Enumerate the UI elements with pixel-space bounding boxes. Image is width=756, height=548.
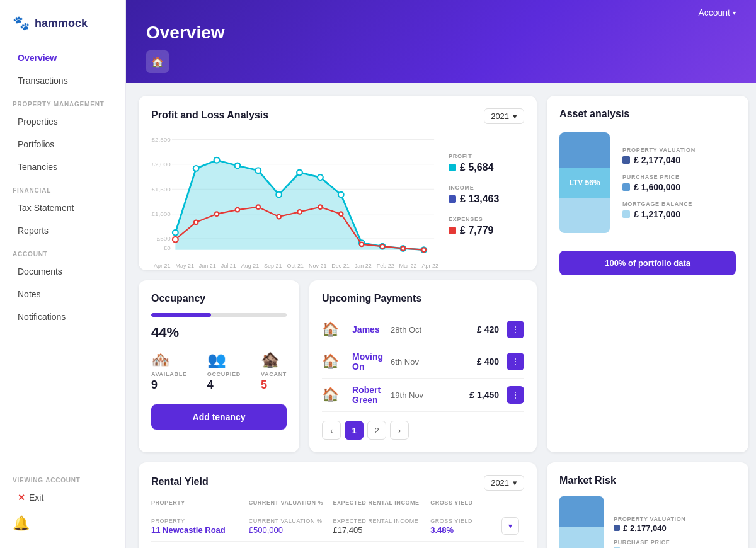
payment-name-movingon[interactable]: Moving On <box>352 351 383 372</box>
top-header: Account ▾ Overview 🏠 <box>126 0 756 83</box>
svg-text:£0: £0 <box>164 244 171 251</box>
sidebar-item-notes[interactable]: Notes <box>5 283 120 305</box>
expenses-dot <box>449 227 456 234</box>
mid-row: Occupancy 44% 🏘️ AVAILABLE 9 👥 OCCUPIED … <box>139 280 537 452</box>
svg-point-36 <box>421 248 426 252</box>
asset-bar-bot <box>559 198 610 233</box>
chart-x-labels: Apr 21May 21Jun 21Jul 21Aug 21Sep 21Oct … <box>151 263 441 269</box>
sidebar-item-portfolios[interactable]: Portfolios <box>5 134 120 155</box>
chevron-down-icon: ▾ <box>513 111 517 121</box>
sidebar-item-notifications[interactable]: Notifications <box>5 306 120 328</box>
add-tenancy-button[interactable]: Add tenancy <box>151 404 287 430</box>
sidebar-item-tax-statement[interactable]: Tax Statement <box>5 197 120 219</box>
sidebar-item-documents[interactable]: Documents <box>5 261 120 282</box>
asset-title: Asset analysis <box>559 108 736 120</box>
occ-occupied: 👥 OCCUPIED 4 <box>207 351 241 392</box>
svg-text:£1,500: £1,500 <box>152 186 171 193</box>
market-bar <box>559 496 604 548</box>
logo-icon: 🐾 <box>13 15 30 31</box>
payment-row-james: 🏠 James 28th Oct £ 420 ⋮ <box>322 314 524 345</box>
svg-point-17 <box>297 170 302 176</box>
occupancy-stats: 🏘️ AVAILABLE 9 👥 OCCUPIED 4 🏚️ VACANT 5 <box>151 351 287 392</box>
exit-button[interactable]: ✕ Exit <box>5 487 120 508</box>
asset-bar-top <box>559 132 610 168</box>
rental-property-newcastle: PROPERTY 11 Newcastle Road <box>151 518 244 535</box>
payment-date-james: 28th Oct <box>391 325 447 334</box>
page-1-button[interactable]: 1 <box>345 421 364 440</box>
page-next-button[interactable]: › <box>390 421 409 440</box>
content-grid: Profit and Loss Analysis 2021 ▾ <box>126 83 756 548</box>
sidebar-item-properties[interactable]: Properties <box>5 111 120 132</box>
asset-legend-purchase: PURCHASE PRICE £ 1,600,000 <box>622 174 696 192</box>
bottom-nav-icon[interactable]: 🔔 <box>0 509 125 538</box>
section-account: ACCOUNT <box>0 242 125 260</box>
svg-point-35 <box>401 246 406 251</box>
asset-bar: LTV 56% <box>559 132 610 233</box>
income-dot <box>449 195 456 203</box>
page-title: Overview <box>146 23 736 43</box>
svg-point-12 <box>193 166 199 171</box>
svg-point-14 <box>235 163 241 169</box>
legend-expenses: EXPENSES £ 7,779 <box>449 216 524 236</box>
mortgage-dot <box>622 210 630 218</box>
profit-dot <box>449 164 456 171</box>
occupancy-percentage: 44% <box>151 324 287 341</box>
sidebar-item-overview[interactable]: Overview <box>5 47 120 69</box>
payment-icon-james: 🏠 <box>322 321 345 338</box>
account-button[interactable]: Account ▾ <box>698 8 736 18</box>
svg-text:£2,000: £2,000 <box>152 161 171 168</box>
svg-point-29 <box>277 215 281 219</box>
payment-name-james[interactable]: James <box>352 324 383 334</box>
section-property-management: PROPERTY MANAGEMENT <box>0 92 125 110</box>
pnl-title: Profit and Loss Analysis <box>151 110 268 121</box>
payment-date-robertgreen: 19th Nov <box>391 391 447 400</box>
rental-year-select[interactable]: 2021 ▾ <box>484 475 524 491</box>
available-icon: 🏘️ <box>151 351 187 368</box>
chevron-down-icon: ▾ <box>513 478 517 488</box>
home-button[interactable]: 🏠 <box>146 50 169 73</box>
profit-loss-card: Profit and Loss Analysis 2021 ▾ <box>139 96 537 270</box>
occ-available: 🏘️ AVAILABLE 9 <box>151 351 187 392</box>
occupancy-bar-fill <box>151 313 211 317</box>
page-prev-button[interactable]: ‹ <box>322 421 341 440</box>
market-risk-title: Market Risk <box>559 475 736 486</box>
payment-menu-james[interactable]: ⋮ <box>507 321 524 338</box>
valuation-dot <box>622 156 630 164</box>
account-chevron-icon: ▾ <box>733 9 736 16</box>
pnl-body: £2,500 £2,000 £1,500 £1,000 £500 £0 <box>151 132 524 258</box>
payment-amount-james: £ 420 <box>455 324 499 334</box>
pnl-legend: PROFIT £ 5,684 INCOME £ 13,463 <box>449 132 524 258</box>
payment-amount-robertgreen: £ 1,450 <box>455 390 499 400</box>
svg-point-15 <box>255 168 261 173</box>
svg-point-16 <box>276 192 282 198</box>
svg-point-34 <box>381 244 385 249</box>
market-chart-area: PROPERTY VALUATION £ 2,177,040 PURCHASE … <box>559 496 736 548</box>
asset-analysis-card: Asset analysis LTV 56% PROPERTY VALUATIO… <box>547 96 748 452</box>
main-area: Account ▾ Overview 🏠 Profit and Loss Ana… <box>126 0 756 548</box>
expand-row-newcastle[interactable]: ▾ <box>501 517 519 535</box>
market-bar-top <box>559 496 604 527</box>
portfolio-button[interactable]: 100% of portfolio data <box>559 251 736 275</box>
market-bar-bot <box>559 527 604 548</box>
page-2-button[interactable]: 2 <box>367 421 386 440</box>
sidebar-item-reports[interactable]: Reports <box>5 220 120 241</box>
rental-title: Rental Yield <box>151 476 209 488</box>
market-legend: PROPERTY VALUATION £ 2,177,040 PURCHASE … <box>614 516 685 549</box>
market-legend-purchase: PURCHASE PRICE <box>614 539 685 549</box>
payment-icon-movingon: 🏠 <box>322 353 345 370</box>
exit-icon: ✕ <box>18 493 25 503</box>
sidebar-item-tenancies[interactable]: Tenancies <box>5 156 120 178</box>
svg-point-26 <box>215 212 219 216</box>
svg-point-28 <box>256 205 261 209</box>
payment-menu-movingon[interactable]: ⋮ <box>507 353 524 370</box>
payment-name-robertgreen[interactable]: Robert Green <box>352 385 383 405</box>
sidebar-item-transactions[interactable]: Transactions <box>5 70 120 91</box>
pnl-year-select[interactable]: 2021 ▾ <box>484 108 524 124</box>
svg-point-25 <box>194 220 198 225</box>
payment-menu-robertgreen[interactable]: ⋮ <box>507 386 524 404</box>
legend-profit: PROFIT £ 5,684 <box>449 153 524 173</box>
market-valuation-dot <box>614 525 620 531</box>
market-risk-card: Market Risk PROPERTY VALUATION £ 2,177,0… <box>547 462 748 548</box>
upcoming-payments-card: Upcoming Payments 🏠 James 28th Oct £ 420… <box>309 280 537 452</box>
asset-legend-mortgage: MORTGAGE BALANCE £ 1,217,000 <box>622 201 696 219</box>
